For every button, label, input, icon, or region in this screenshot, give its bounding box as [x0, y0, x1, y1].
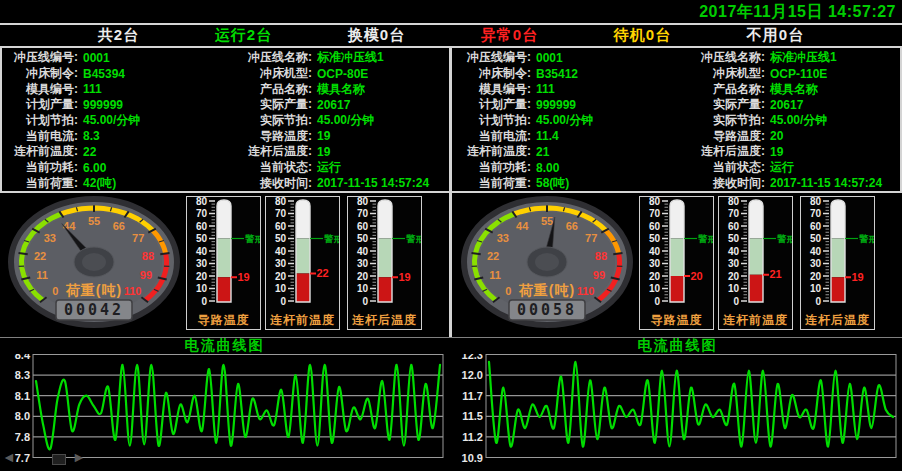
- gauge-tick-label: 22: [487, 250, 499, 262]
- info-label: 接收时间:: [226, 175, 312, 192]
- info-value: 2017-11-15 14:57:24: [312, 176, 447, 190]
- thermo-tick-label: 60: [275, 221, 287, 232]
- chart-ytick-label: 11.5: [462, 410, 483, 422]
- thermo-name: 连杆前温度: [266, 312, 339, 329]
- thermo-tick-label: 40: [649, 246, 661, 257]
- gauge-hub-center: [82, 253, 106, 271]
- thermo-tick-label: 30: [196, 258, 208, 269]
- thermo-tick-label: 60: [196, 221, 208, 232]
- thermo-tick-label: 30: [728, 258, 740, 269]
- info-label: 实际节拍:: [226, 112, 312, 129]
- thermometer-svg: 01020304050607080警戒20: [640, 197, 713, 309]
- info-label: 当前状态:: [679, 159, 765, 176]
- info-value: 标准冲压线1: [312, 49, 447, 66]
- gauge-tick-label: 22: [34, 250, 46, 262]
- thermo-warning-label: 警戒: [697, 233, 713, 244]
- info-label: 实际产量:: [226, 96, 312, 113]
- nav-forward-icon[interactable]: ►: [72, 450, 86, 464]
- thermo-tick-label: 40: [196, 246, 208, 257]
- status-unused: 不用0台: [747, 26, 804, 45]
- thermometer-svg: 01020304050607080警戒19: [187, 197, 260, 309]
- gauge-tick-label: 33: [44, 232, 56, 244]
- gauge-tick-label: 0: [52, 285, 58, 297]
- info-label: 当前电流:: [455, 128, 531, 145]
- gauge-tick-label: 11: [489, 269, 501, 281]
- gauge-tick-label: 11: [36, 269, 48, 281]
- thermo-tick-label: 0: [280, 296, 286, 307]
- info-label: 导路温度:: [679, 128, 765, 145]
- frame-left: [0, 46, 2, 193]
- nav-back-icon[interactable]: ◄: [2, 450, 16, 464]
- info-value: 运行: [765, 159, 900, 176]
- info-value: B45394: [78, 67, 226, 81]
- thermometer-2: 01020304050607080警戒21连杆前温度: [718, 196, 793, 330]
- thermo-tick-label: 60: [357, 221, 369, 232]
- chart-ytick-label: 11.2: [462, 431, 483, 443]
- thermo-fill-value: [670, 276, 684, 302]
- hmi-dashboard: 2017年11月15日 14:57:27 共2台运行2台换模0台异常0台待机0台…: [0, 0, 902, 471]
- info-value: 45.00/分钟: [765, 112, 900, 129]
- machine-info: 冲压线编号:0001冲压线名称:标准冲压线1冲床制令:B35412冲床机型:OC…: [455, 50, 900, 191]
- info-label: 当前功耗:: [2, 159, 78, 176]
- thermo-tick-label: 40: [728, 246, 740, 257]
- thermo-fill-mid: [831, 239, 845, 278]
- thermo-value: 21: [770, 268, 782, 280]
- info-label: 连杆后温度:: [226, 143, 312, 160]
- thermo-warning-label: 警戒: [858, 233, 874, 244]
- info-label: 冲压线编号:: [2, 49, 78, 66]
- thermo-warning-label: 警戒: [405, 233, 421, 244]
- thermo-tick-label: 50: [196, 233, 208, 244]
- thermometer-svg: 01020304050607080警戒19: [348, 197, 421, 309]
- info-label: 冲床制令:: [2, 65, 78, 82]
- thermo-fill-value: [378, 277, 392, 302]
- thermo-fill-top: [217, 199, 231, 239]
- info-value: 19: [312, 145, 447, 159]
- info-label: 连杆前温度:: [455, 143, 531, 160]
- info-value: 58(吨): [531, 175, 679, 192]
- gauge-tick-label: 66: [566, 220, 578, 232]
- divider-under-gauges: [0, 337, 902, 338]
- thermo-tick-label: 20: [275, 271, 287, 282]
- thermo-fill: [670, 199, 684, 302]
- thermometer-3: 01020304050607080警戒19连杆后温度: [800, 196, 875, 330]
- thermometer-svg: 01020304050607080警戒22: [266, 197, 339, 309]
- info-label: 当前功耗:: [455, 159, 531, 176]
- thermo-tick-label: 20: [728, 271, 740, 282]
- info-label: 冲压线名称:: [226, 49, 312, 66]
- thermo-fill: [831, 199, 845, 302]
- info-value: 21: [531, 145, 679, 159]
- thermo-tick-label: 70: [357, 208, 369, 219]
- thermo-tick-label: 0: [362, 296, 368, 307]
- info-label: 接收时间:: [679, 175, 765, 192]
- gauge-unit-label: 荷重(吨): [518, 282, 575, 298]
- thermo-tick-label: 50: [649, 233, 661, 244]
- thermo-tick-label: 10: [649, 283, 661, 294]
- nav-slide-icon[interactable]: [52, 454, 66, 465]
- date-time: 2017年11月15日 14:57:27: [699, 2, 896, 23]
- chart-ytick-label: 8.3: [15, 369, 30, 381]
- thermo-tick-label: 70: [810, 208, 822, 219]
- thermo-tick-label: 80: [275, 197, 287, 207]
- thermo-tick-label: 0: [815, 296, 821, 307]
- thermo-fill-mid: [378, 239, 392, 278]
- info-label: 模具编号:: [455, 81, 531, 98]
- gauge-odometer-value: 00042: [64, 301, 124, 319]
- gauge-tick-label: 99: [593, 269, 605, 281]
- gauge-tick-label: 0: [505, 285, 511, 297]
- thermo-tick-label: 80: [810, 197, 822, 207]
- statusbar: 共2台运行2台换模0台异常0台待机0台不用0台: [0, 25, 902, 46]
- thermometer-svg: 01020304050607080警戒21: [719, 197, 792, 309]
- info-value: 8.3: [78, 129, 226, 143]
- thermo-fill: [378, 199, 392, 302]
- thermo-fill-value: [831, 277, 845, 302]
- thermo-tick-label: 50: [357, 233, 369, 244]
- info-value: 22: [78, 145, 226, 159]
- thermo-fill-mid: [296, 239, 310, 274]
- titlebar: 2017年11月15日 14:57:27: [0, 0, 902, 23]
- info-label: 当前电流:: [2, 128, 78, 145]
- thermo-tick-label: 10: [728, 283, 740, 294]
- thermo-tick-label: 80: [649, 197, 661, 207]
- thermo-fill: [749, 199, 763, 302]
- info-value: 0001: [531, 51, 679, 65]
- gauge-tick-label: 44: [63, 220, 76, 232]
